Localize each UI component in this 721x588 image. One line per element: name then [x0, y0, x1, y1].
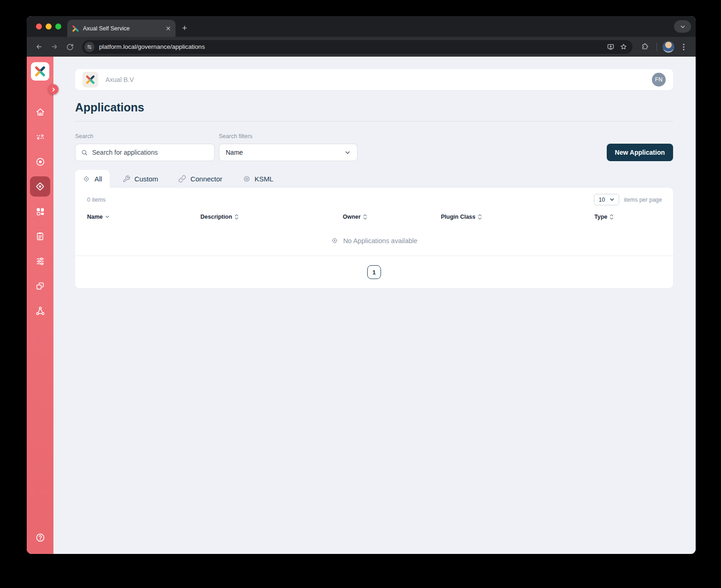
tab-search-chevron-button[interactable]	[674, 20, 691, 33]
tab-connector-label: Connector	[190, 175, 222, 183]
chevron-down-icon	[345, 150, 351, 156]
streams-arrows-icon	[35, 132, 46, 142]
sidebar-item-audits[interactable]	[30, 224, 50, 249]
dashboard-grid-icon	[35, 206, 46, 217]
search-filters-label: Search filters	[219, 133, 358, 140]
empty-state: No Applications available	[75, 225, 673, 256]
sort-both-icon	[234, 214, 239, 220]
sidebar-item-streams[interactable]	[30, 124, 50, 149]
tab-connector[interactable]: Connector	[171, 170, 229, 188]
profile-avatar[interactable]	[662, 41, 674, 53]
column-header-plugin-class[interactable]: Plugin Class	[441, 214, 594, 220]
items-per-page-select[interactable]: 10	[594, 194, 619, 205]
sidebar-item-dashboard[interactable]	[30, 199, 50, 224]
minimize-window-button[interactable]	[46, 23, 52, 29]
chevron-right-icon	[52, 87, 56, 92]
org-logo	[82, 72, 98, 87]
diamond-icon	[82, 175, 90, 183]
tab-all-label: All	[94, 175, 102, 183]
axual-favicon-icon	[72, 25, 79, 32]
topics-target-icon	[35, 157, 46, 167]
search-input-wrapper	[75, 144, 215, 161]
wrench-icon	[123, 175, 130, 183]
url-bar[interactable]: platform.local/governance/applications	[82, 40, 633, 54]
items-per-page-label: items per page	[624, 197, 662, 203]
search-label: Search	[75, 133, 215, 140]
sidebar-item-home[interactable]	[30, 99, 50, 124]
chevron-down-icon	[610, 197, 615, 202]
tab-custom-label: Custom	[135, 175, 158, 183]
sidebar-item-topology[interactable]	[30, 298, 50, 323]
arrow-left-icon	[35, 43, 43, 51]
application-type-tabs: All Custom Connector	[75, 170, 673, 188]
applications-table-card: 0 items 10 items per page	[75, 188, 673, 288]
reload-button[interactable]	[64, 41, 76, 53]
search-field: Search	[75, 133, 215, 161]
diamond-icon	[331, 237, 339, 245]
maximize-window-button[interactable]	[55, 23, 61, 29]
main-content: Axual B.V FN Applications Search	[53, 57, 696, 554]
tab-custom[interactable]: Custom	[115, 170, 166, 188]
page-1-button[interactable]: 1	[367, 265, 381, 279]
search-icon	[81, 149, 88, 156]
axual-logo-icon	[34, 65, 46, 77]
new-application-button[interactable]: New Application	[607, 144, 673, 161]
chevron-down-icon	[680, 24, 686, 29]
sidebar-nav	[30, 99, 50, 323]
column-header-owner[interactable]: Owner	[343, 214, 441, 220]
sliders-icon	[35, 256, 46, 267]
new-tab-button[interactable]: +	[182, 23, 187, 33]
items-count: 0 items	[87, 197, 106, 203]
tab-all[interactable]: All	[75, 170, 110, 188]
sort-both-icon	[363, 214, 367, 220]
disc-icon	[243, 175, 251, 183]
empty-state-message: No Applications available	[343, 237, 417, 245]
instances-copy-icon	[35, 281, 45, 291]
column-header-name[interactable]: Name	[87, 214, 200, 220]
sidebar-expand-button[interactable]	[48, 84, 59, 94]
sort-down-icon	[105, 215, 110, 219]
sidebar-item-topics[interactable]	[30, 149, 50, 174]
kebab-menu-icon	[680, 43, 687, 51]
filter-selected-value: Name	[226, 149, 243, 156]
site-settings-icon[interactable]	[84, 42, 94, 52]
extensions-button[interactable]	[638, 41, 651, 53]
browser-window: Axual Self Service ✕ +	[27, 16, 696, 554]
bookmark-star-button[interactable]	[617, 41, 630, 53]
puzzle-icon	[641, 43, 649, 51]
browser-menu-button[interactable]	[677, 41, 690, 53]
home-icon	[35, 107, 46, 117]
reload-icon	[66, 43, 74, 51]
sidebar-logo[interactable]	[31, 62, 49, 81]
help-question-icon	[35, 532, 46, 543]
install-app-button[interactable]	[604, 41, 617, 53]
browser-tab[interactable]: Axual Self Service ✕	[67, 20, 176, 37]
sidebar-item-applications[interactable]	[30, 176, 50, 197]
title-divider	[75, 121, 673, 122]
close-window-button[interactable]	[36, 23, 42, 29]
org-header-bar: Axual B.V FN	[75, 69, 673, 90]
browser-toolbar: platform.local/governance/applications	[27, 37, 696, 57]
tab-close-icon[interactable]: ✕	[165, 25, 171, 32]
sidebar-item-instances[interactable]	[30, 274, 50, 298]
topology-triangle-icon	[35, 306, 46, 316]
column-header-type[interactable]: Type	[594, 214, 673, 220]
forward-button[interactable]	[48, 41, 61, 53]
filter-select[interactable]: Name	[219, 144, 358, 161]
toolbar-divider	[657, 43, 657, 51]
items-per-page-value: 10	[598, 197, 605, 203]
tab-ksml[interactable]: KSML	[235, 170, 281, 188]
sidebar-item-help[interactable]	[30, 527, 50, 547]
sort-both-icon	[610, 214, 614, 220]
sidebar-item-settings[interactable]	[30, 249, 50, 274]
tune-icon	[87, 44, 92, 50]
user-avatar[interactable]: FN	[652, 73, 666, 87]
search-input[interactable]	[92, 149, 209, 156]
tab-ksml-label: KSML	[255, 175, 274, 183]
column-header-description[interactable]: Description	[200, 214, 343, 220]
install-monitor-icon	[607, 43, 615, 51]
back-button[interactable]	[32, 41, 45, 53]
filter-field: Search filters Name	[219, 133, 358, 161]
pagination: 1	[75, 256, 673, 288]
browser-tabstrip: Axual Self Service ✕ +	[27, 16, 696, 37]
